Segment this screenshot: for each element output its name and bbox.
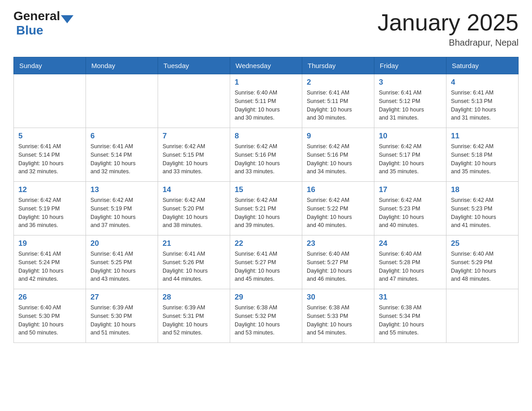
cell-date-number: 14 — [163, 185, 225, 194]
cell-date-number: 23 — [307, 239, 369, 248]
calendar-week-row: 5Sunrise: 6:41 AMSunset: 5:14 PMDaylight… — [14, 128, 519, 182]
cell-date-number: 10 — [379, 132, 442, 141]
calendar-cell: 30Sunrise: 6:38 AMSunset: 5:33 PMDayligh… — [302, 289, 374, 343]
calendar-cell: 1Sunrise: 6:40 AMSunset: 5:11 PMDaylight… — [230, 74, 302, 128]
logo-general-text: General — [13, 9, 60, 23]
calendar-header: SundayMondayTuesdayWednesdayThursdayFrid… — [14, 57, 519, 74]
cell-date-number: 30 — [307, 293, 369, 302]
cell-info-text: Sunrise: 6:42 AMSunset: 5:16 PMDaylight:… — [235, 142, 297, 176]
cell-date-number: 15 — [235, 185, 297, 194]
cell-date-number: 16 — [307, 185, 369, 194]
cell-date-number: 20 — [90, 239, 153, 248]
cell-date-number: 6 — [90, 132, 153, 141]
cell-info-text: Sunrise: 6:41 AMSunset: 5:11 PMDaylight:… — [307, 89, 369, 122]
calendar-cell: 29Sunrise: 6:38 AMSunset: 5:32 PMDayligh… — [230, 289, 302, 343]
cell-info-text: Sunrise: 6:40 AMSunset: 5:11 PMDaylight:… — [235, 89, 297, 122]
cell-date-number: 29 — [235, 293, 297, 302]
calendar-cell — [158, 74, 230, 128]
calendar-cell: 2Sunrise: 6:41 AMSunset: 5:11 PMDaylight… — [302, 74, 374, 128]
cell-info-text: Sunrise: 6:42 AMSunset: 5:18 PMDaylight:… — [451, 142, 514, 176]
cell-date-number: 22 — [235, 239, 297, 248]
cell-date-number: 8 — [235, 132, 297, 141]
calendar-cell — [14, 74, 86, 128]
cell-info-text: Sunrise: 6:41 AMSunset: 5:27 PMDaylight:… — [235, 250, 297, 283]
weekday-header-row: SundayMondayTuesdayWednesdayThursdayFrid… — [14, 57, 519, 74]
cell-date-number: 31 — [379, 293, 442, 302]
logo-blue-text: Blue — [16, 23, 43, 38]
cell-date-number: 7 — [163, 132, 225, 141]
month-title: January 2025 — [378, 9, 519, 36]
cell-date-number: 19 — [18, 239, 81, 248]
cell-date-number: 28 — [163, 293, 225, 302]
cell-date-number: 17 — [379, 185, 442, 194]
calendar-cell: 6Sunrise: 6:41 AMSunset: 5:14 PMDaylight… — [86, 128, 158, 182]
calendar-cell — [86, 74, 158, 128]
calendar-week-row: 19Sunrise: 6:41 AMSunset: 5:24 PMDayligh… — [14, 235, 519, 289]
cell-info-text: Sunrise: 6:41 AMSunset: 5:12 PMDaylight:… — [379, 89, 442, 122]
cell-info-text: Sunrise: 6:42 AMSunset: 5:22 PMDaylight:… — [307, 196, 369, 230]
location-subtitle: Bhadrapur, Nepal — [378, 38, 519, 48]
calendar-cell: 16Sunrise: 6:42 AMSunset: 5:22 PMDayligh… — [302, 182, 374, 235]
cell-date-number: 2 — [307, 78, 369, 87]
cell-info-text: Sunrise: 6:42 AMSunset: 5:19 PMDaylight:… — [18, 196, 81, 230]
calendar-cell: 5Sunrise: 6:41 AMSunset: 5:14 PMDaylight… — [14, 128, 86, 182]
cell-info-text: Sunrise: 6:38 AMSunset: 5:34 PMDaylight:… — [379, 304, 442, 337]
calendar-body: 1Sunrise: 6:40 AMSunset: 5:11 PMDaylight… — [14, 74, 519, 343]
calendar-cell: 26Sunrise: 6:40 AMSunset: 5:30 PMDayligh… — [14, 289, 86, 343]
title-section: January 2025 Bhadrapur, Nepal — [378, 9, 519, 48]
cell-info-text: Sunrise: 6:41 AMSunset: 5:25 PMDaylight:… — [90, 250, 153, 283]
cell-info-text: Sunrise: 6:42 AMSunset: 5:23 PMDaylight:… — [379, 196, 442, 230]
weekday-header-monday: Monday — [86, 57, 158, 74]
cell-info-text: Sunrise: 6:39 AMSunset: 5:31 PMDaylight:… — [163, 304, 225, 337]
cell-info-text: Sunrise: 6:39 AMSunset: 5:30 PMDaylight:… — [90, 304, 153, 337]
cell-info-text: Sunrise: 6:42 AMSunset: 5:17 PMDaylight:… — [379, 142, 442, 176]
calendar-cell: 12Sunrise: 6:42 AMSunset: 5:19 PMDayligh… — [14, 182, 86, 235]
cell-info-text: Sunrise: 6:42 AMSunset: 5:23 PMDaylight:… — [451, 196, 514, 230]
cell-info-text: Sunrise: 6:42 AMSunset: 5:19 PMDaylight:… — [90, 196, 153, 230]
calendar-table: SundayMondayTuesdayWednesdayThursdayFrid… — [13, 57, 519, 343]
weekday-header-friday: Friday — [374, 57, 446, 74]
weekday-header-thursday: Thursday — [302, 57, 374, 74]
calendar-cell: 17Sunrise: 6:42 AMSunset: 5:23 PMDayligh… — [374, 182, 446, 235]
logo: General Blue — [13, 9, 73, 38]
calendar-cell: 31Sunrise: 6:38 AMSunset: 5:34 PMDayligh… — [374, 289, 446, 343]
cell-date-number: 12 — [18, 185, 81, 194]
cell-info-text: Sunrise: 6:40 AMSunset: 5:29 PMDaylight:… — [451, 250, 514, 283]
calendar-cell: 11Sunrise: 6:42 AMSunset: 5:18 PMDayligh… — [446, 128, 519, 182]
cell-info-text: Sunrise: 6:41 AMSunset: 5:14 PMDaylight:… — [90, 142, 153, 176]
cell-date-number: 27 — [90, 293, 153, 302]
calendar-cell: 7Sunrise: 6:42 AMSunset: 5:15 PMDaylight… — [158, 128, 230, 182]
calendar-cell: 20Sunrise: 6:41 AMSunset: 5:25 PMDayligh… — [86, 235, 158, 289]
calendar-cell: 3Sunrise: 6:41 AMSunset: 5:12 PMDaylight… — [374, 74, 446, 128]
cell-date-number: 26 — [18, 293, 81, 302]
cell-info-text: Sunrise: 6:42 AMSunset: 5:20 PMDaylight:… — [163, 196, 225, 230]
cell-info-text: Sunrise: 6:40 AMSunset: 5:27 PMDaylight:… — [307, 250, 369, 283]
weekday-header-saturday: Saturday — [446, 57, 519, 74]
cell-info-text: Sunrise: 6:42 AMSunset: 5:16 PMDaylight:… — [307, 142, 369, 176]
cell-info-text: Sunrise: 6:40 AMSunset: 5:28 PMDaylight:… — [379, 250, 442, 283]
page-header: General Blue January 2025 Bhadrapur, Nep… — [13, 9, 519, 48]
cell-date-number: 5 — [18, 132, 81, 141]
logo-arrow-icon — [61, 15, 73, 23]
calendar-cell: 23Sunrise: 6:40 AMSunset: 5:27 PMDayligh… — [302, 235, 374, 289]
calendar-cell: 10Sunrise: 6:42 AMSunset: 5:17 PMDayligh… — [374, 128, 446, 182]
cell-date-number: 21 — [163, 239, 225, 248]
cell-info-text: Sunrise: 6:38 AMSunset: 5:33 PMDaylight:… — [307, 304, 369, 337]
calendar-cell: 4Sunrise: 6:41 AMSunset: 5:13 PMDaylight… — [446, 74, 519, 128]
calendar-cell: 19Sunrise: 6:41 AMSunset: 5:24 PMDayligh… — [14, 235, 86, 289]
cell-info-text: Sunrise: 6:40 AMSunset: 5:30 PMDaylight:… — [18, 304, 81, 337]
cell-date-number: 18 — [451, 185, 514, 194]
cell-date-number: 11 — [451, 132, 514, 141]
cell-info-text: Sunrise: 6:41 AMSunset: 5:14 PMDaylight:… — [18, 142, 81, 176]
calendar-cell: 22Sunrise: 6:41 AMSunset: 5:27 PMDayligh… — [230, 235, 302, 289]
calendar-cell: 21Sunrise: 6:41 AMSunset: 5:26 PMDayligh… — [158, 235, 230, 289]
calendar-cell: 18Sunrise: 6:42 AMSunset: 5:23 PMDayligh… — [446, 182, 519, 235]
cell-info-text: Sunrise: 6:38 AMSunset: 5:32 PMDaylight:… — [235, 304, 297, 337]
calendar-cell: 28Sunrise: 6:39 AMSunset: 5:31 PMDayligh… — [158, 289, 230, 343]
calendar-cell: 8Sunrise: 6:42 AMSunset: 5:16 PMDaylight… — [230, 128, 302, 182]
cell-info-text: Sunrise: 6:42 AMSunset: 5:15 PMDaylight:… — [163, 142, 225, 176]
cell-date-number: 4 — [451, 78, 514, 87]
cell-date-number: 13 — [90, 185, 153, 194]
cell-date-number: 24 — [379, 239, 442, 248]
calendar-week-row: 1Sunrise: 6:40 AMSunset: 5:11 PMDaylight… — [14, 74, 519, 128]
